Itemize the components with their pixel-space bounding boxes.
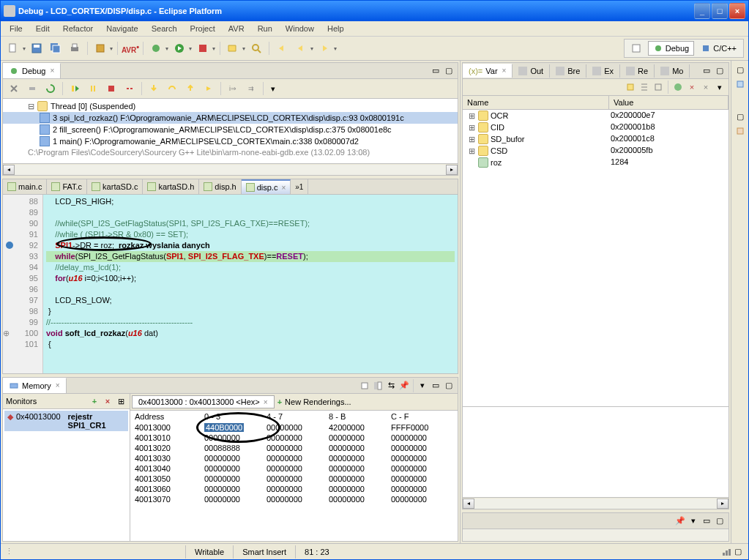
menu-help[interactable]: Help bbox=[321, 23, 350, 34]
instruction-step-button[interactable]: i⇒ bbox=[225, 81, 241, 97]
variable-row[interactable]: ⊞CID0x200001b8 bbox=[463, 122, 728, 133]
tab-re[interactable]: Re bbox=[620, 64, 655, 78]
restore-icon[interactable]: ▢ bbox=[734, 111, 746, 122]
view-menu-icon[interactable]: ▾ bbox=[417, 380, 428, 392]
menu-navigate[interactable]: Navigate bbox=[100, 23, 144, 34]
back-button[interactable] bbox=[293, 40, 309, 56]
variable-row[interactable]: roz1284 bbox=[463, 157, 728, 168]
terminate-button[interactable] bbox=[103, 81, 119, 97]
forward-button[interactable] bbox=[316, 40, 332, 56]
scroll-right-button[interactable]: ▸ bbox=[446, 165, 458, 175]
show-logical-structure-button[interactable] bbox=[638, 81, 650, 93]
new-button[interactable] bbox=[5, 40, 21, 56]
stack-frame[interactable]: 1 main() F:\Oprogramowanie_ARM\ECLIPSE\L… bbox=[3, 135, 458, 147]
add-global-button[interactable] bbox=[672, 81, 684, 93]
memory-row[interactable]: 4001303000000000000000000000000000000000 bbox=[130, 453, 458, 463]
connect-button[interactable] bbox=[24, 81, 40, 97]
menu-file[interactable]: File bbox=[4, 23, 29, 34]
step-over-button[interactable] bbox=[164, 81, 180, 97]
drop-to-frame-button[interactable] bbox=[201, 81, 217, 97]
toggle-pane-button[interactable]: ⊞ bbox=[115, 395, 127, 407]
editor-tab[interactable]: kartaSD.c bbox=[87, 179, 143, 194]
menu-avr[interactable]: AVR bbox=[223, 23, 250, 34]
remove-all-button[interactable]: × bbox=[700, 81, 712, 93]
code-editor[interactable]: 888990919293949596979899100⊕101 LCD_RS_H… bbox=[3, 195, 458, 373]
tab-mo[interactable]: Mo bbox=[655, 64, 690, 78]
debug-button[interactable] bbox=[148, 40, 164, 56]
column-name[interactable]: Name bbox=[463, 96, 609, 109]
menu-project[interactable]: Project bbox=[185, 23, 221, 34]
stack-frame[interactable]: 3 spi_lcd_rozkaz() F:\Oprogramowanie_ARM… bbox=[3, 112, 458, 124]
perspective-debug[interactable]: Debug bbox=[648, 41, 694, 56]
build-button[interactable] bbox=[92, 40, 108, 56]
show-type-names-button[interactable] bbox=[625, 81, 636, 93]
scroll-left-button[interactable]: ◂ bbox=[3, 165, 15, 175]
perspective-cpp[interactable]: C/C++ bbox=[696, 41, 742, 56]
maximize-button[interactable]: □ bbox=[712, 3, 728, 19]
monitor-item[interactable]: ◆ 0x40013000 rejestr SPI1_CR1 bbox=[4, 411, 128, 431]
restore-icon[interactable]: ▢ bbox=[734, 64, 746, 75]
expand-icon[interactable]: ⊞ bbox=[467, 123, 476, 132]
remove-monitor-button[interactable]: × bbox=[102, 395, 113, 407]
suspend-button[interactable] bbox=[85, 81, 101, 97]
variable-row[interactable]: ⊞CSD0x200005fb bbox=[463, 145, 728, 157]
scrollbar[interactable] bbox=[15, 165, 446, 175]
tab-ex[interactable]: Ex bbox=[586, 64, 620, 78]
rendering-tab[interactable]: 0x40013000 : 0x40013000 <Hex> × bbox=[132, 395, 275, 408]
minimize-button[interactable]: _ bbox=[694, 3, 710, 19]
close-button[interactable]: × bbox=[729, 3, 745, 19]
new-rendering-icon[interactable] bbox=[359, 380, 370, 392]
new-renderings-tab[interactable]: New Renderings... bbox=[285, 397, 351, 406]
more-tabs[interactable]: »1 bbox=[291, 179, 308, 194]
resume-button[interactable] bbox=[67, 81, 83, 97]
link-icon[interactable]: ⇆ bbox=[385, 380, 397, 392]
expand-icon[interactable]: ⊞ bbox=[467, 146, 476, 156]
minimize-icon[interactable]: ▭ bbox=[701, 515, 712, 527]
memory-row[interactable]: 4001305000000000000000000000000000000000 bbox=[130, 474, 458, 484]
collapse-all-button[interactable] bbox=[652, 81, 664, 93]
variable-detail[interactable]: ◂ ▸ bbox=[463, 406, 728, 509]
outline-icon[interactable] bbox=[734, 78, 746, 90]
gdb-process[interactable]: C:\Program Files\CodeSourcery\Sourcery G… bbox=[3, 147, 458, 157]
memory-table[interactable]: Address0 - 34 - 78 - BC - F 40013000440B… bbox=[130, 411, 458, 541]
tab-bre[interactable]: Bre bbox=[550, 64, 586, 78]
run-button[interactable] bbox=[171, 40, 187, 56]
add-monitor-button[interactable]: + bbox=[89, 395, 100, 407]
expand-icon[interactable]: ⊞ bbox=[467, 135, 476, 144]
close-icon[interactable]: × bbox=[281, 184, 286, 192]
stack-frame[interactable]: 2 fill_screen() F:\Oprogramowanie_ARM\EC… bbox=[3, 124, 458, 135]
save-button[interactable] bbox=[29, 40, 45, 56]
memory-row[interactable]: 40013000440B00000000000042000000FFFF0000 bbox=[130, 422, 458, 433]
close-icon[interactable]: × bbox=[264, 398, 268, 406]
view-menu-icon[interactable]: ▾ bbox=[267, 83, 279, 94]
maximize-icon[interactable]: ▢ bbox=[714, 65, 726, 77]
remove-button[interactable]: × bbox=[686, 81, 698, 93]
view-menu-icon[interactable]: ▾ bbox=[687, 515, 699, 527]
editor-tab[interactable]: kartaSD.h bbox=[143, 179, 199, 194]
scrollbar[interactable] bbox=[474, 499, 717, 509]
maximize-icon[interactable]: ▢ bbox=[443, 65, 455, 77]
tasks-icon[interactable] bbox=[734, 125, 746, 137]
memory-row[interactable]: 4001304000000000000000000000000000000000 bbox=[130, 463, 458, 474]
memory-row[interactable]: 4001302000088888000000000000000000000000 bbox=[130, 443, 458, 453]
minimize-icon[interactable]: ▭ bbox=[701, 65, 712, 77]
minimize-icon[interactable]: ▭ bbox=[430, 65, 441, 77]
monitors-list[interactable]: ◆ 0x40013000 rejestr SPI1_CR1 bbox=[3, 409, 130, 541]
disconnect-button[interactable] bbox=[122, 81, 138, 97]
remove-terminated-button[interactable] bbox=[6, 81, 22, 97]
debug-tree[interactable]: ⊟Thread [0] (Suspended) 3 spi_lcd_rozkaz… bbox=[3, 99, 458, 163]
tab-out[interactable]: Out bbox=[513, 64, 550, 78]
editor-tab[interactable]: disp.c× bbox=[242, 179, 291, 194]
tab-memory[interactable]: Memory× bbox=[3, 378, 67, 393]
variable-row[interactable]: ⊞SD_bufor0x200001c8 bbox=[463, 133, 728, 145]
avr-button[interactable]: AVR• bbox=[122, 40, 138, 56]
search-button[interactable] bbox=[248, 40, 264, 56]
step-return-button[interactable] bbox=[182, 81, 198, 97]
restart-button[interactable] bbox=[42, 81, 59, 97]
menu-run[interactable]: Run bbox=[252, 23, 278, 34]
step-into-button[interactable] bbox=[146, 81, 162, 97]
tab-variables[interactable]: (x)= Var × bbox=[463, 64, 513, 78]
close-icon[interactable]: × bbox=[502, 67, 507, 75]
titlebar[interactable]: Debug - LCD_CORTEX/DISP/disp.c - Eclipse… bbox=[1, 1, 748, 21]
tab-debug[interactable]: Debug× bbox=[3, 63, 61, 78]
